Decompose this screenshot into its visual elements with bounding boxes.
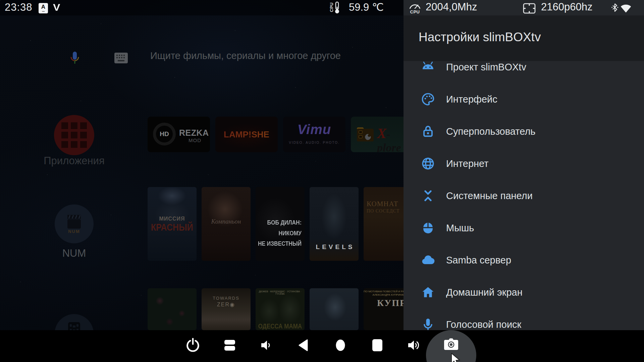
poster-companion[interactable]: Компаньон	[202, 187, 251, 261]
settings-item-home-screen[interactable]: Домашний экран	[404, 276, 644, 308]
clapperboard-icon	[65, 214, 83, 230]
camera-icon	[443, 338, 459, 351]
navigation-bar	[0, 330, 644, 362]
vimu-title: Vimu	[283, 122, 345, 137]
settings-item-superuser[interactable]: Суперпользователь	[404, 115, 644, 147]
recents-button[interactable]	[367, 335, 387, 355]
poster-woman[interactable]	[310, 288, 359, 330]
hdrezka-title: REZKA	[179, 128, 209, 138]
hdrezka-subtitle: MOD	[189, 137, 201, 143]
status-bar-scrim	[0, 0, 404, 15]
globe-icon	[421, 156, 435, 171]
settings-item-internet[interactable]: Интернет	[404, 147, 644, 180]
recents-icon	[372, 338, 383, 352]
settings-item-interface[interactable]: Интерфейс	[404, 83, 644, 115]
num-app-button[interactable]: NUM	[55, 204, 94, 243]
gauge-icon	[409, 1, 421, 9]
thermometer-icon	[333, 1, 341, 15]
resolution-icon	[523, 3, 536, 15]
cpu-frequency-value: 2004,0Mhz	[426, 1, 477, 13]
search-input[interactable]: Ищите фильмы, сериалы и многое другое	[150, 50, 341, 61]
keyboard-layout-icon: A	[39, 3, 48, 13]
apps-label: Приложения	[32, 155, 116, 167]
cpu-temp-value: 59.9 ℃	[349, 1, 384, 13]
wifi-icon	[620, 3, 632, 14]
lock-icon	[421, 124, 435, 139]
home-button[interactable]	[330, 335, 351, 355]
volume-up-button[interactable]	[404, 335, 424, 355]
clock: 23:38	[5, 1, 33, 13]
poster-towards-zero[interactable]: TOWARDS ZER◉	[202, 288, 251, 330]
volume-up-icon	[407, 339, 422, 352]
settings-item-samba[interactable]: Samba сервер	[404, 244, 644, 276]
resolution-value: 2160p60hz	[541, 1, 592, 13]
app-tile-vimu[interactable]: Vimu VIDEO. AUDIO. PHOTO.	[283, 117, 345, 152]
poster-odessa-mama[interactable]: ДЮЖЕВ · КЮРДЗИДИС · УСТИНОВА · ГУСЕВА ОД…	[256, 288, 305, 330]
panels-button[interactable]	[220, 335, 240, 355]
bluetooth-icon	[611, 3, 619, 14]
poster-flowers[interactable]	[148, 288, 197, 330]
mic-icon	[421, 317, 435, 330]
cloud-icon	[421, 253, 435, 267]
apps-button[interactable]	[54, 115, 94, 155]
screen: 23:38 A V CPU 59.9 ℃	[0, 0, 644, 362]
vertical-align-icon	[421, 188, 435, 203]
num-badge: NUM	[68, 229, 80, 234]
settings-item-voice-search[interactable]: Голосовой поиск	[404, 308, 644, 330]
xplore-folder-icon	[356, 125, 375, 144]
settings-item-system-panels[interactable]: Системные панели	[404, 180, 644, 212]
cpu-frequency-indicator: CPU	[408, 1, 422, 14]
poster-bob-dylan[interactable]: БОБ ДИЛАН: НИКОМУ НЕ ИЗВЕСТНЫЙ	[256, 187, 305, 261]
volume-down-icon	[260, 339, 273, 352]
settings-title: Настройки slimBOXtv	[419, 30, 541, 44]
android-icon	[421, 61, 435, 74]
power-icon	[185, 338, 200, 353]
settings-panel: CPU 2004,0Mhz 2160p60hz	[404, 0, 644, 362]
app-tile-hdrezka[interactable]: HD REZKA MOD	[148, 117, 210, 152]
panel-header: Настройки slimBOXtv	[404, 15, 644, 61]
volume-down-button[interactable]	[257, 335, 277, 355]
back-button[interactable]	[293, 335, 314, 355]
settings-list: Проект slimBOXtv Интерфейс	[404, 61, 644, 330]
back-icon	[298, 339, 309, 352]
home-icon	[421, 285, 435, 300]
home-circle-icon	[335, 338, 346, 352]
mouse-icon	[421, 221, 435, 235]
vendor-logo-icon: V	[53, 2, 60, 13]
app-tile-lampishe[interactable]: LAMP!SHE	[215, 117, 278, 152]
mouse-cursor	[451, 353, 462, 362]
panel-status-strip: CPU 2004,0Mhz 2160p60hz	[404, 0, 644, 15]
voice-search-icon[interactable]	[70, 50, 80, 68]
hdrezka-logo-icon: HD	[153, 123, 176, 145]
power-button[interactable]	[183, 335, 203, 355]
vimu-subtitle: VIDEO. AUDIO. PHOTO.	[283, 141, 345, 144]
lampishe-title: LAMP!SHE	[215, 129, 278, 140]
settings-item-mouse[interactable]: Мышь	[404, 212, 644, 244]
num-label: NUM	[32, 247, 116, 259]
palette-icon	[421, 92, 435, 107]
panels-icon	[224, 339, 236, 352]
settings-item-project[interactable]: Проект slimBOXtv	[404, 61, 644, 83]
keyboard-search-icon[interactable]	[114, 52, 128, 65]
apps-grid-icon	[61, 122, 87, 148]
poster-mission-red[interactable]: МИССИЯ КРАСНЫЙ	[148, 187, 197, 261]
poster-levels[interactable]: LEVELS	[310, 187, 359, 261]
